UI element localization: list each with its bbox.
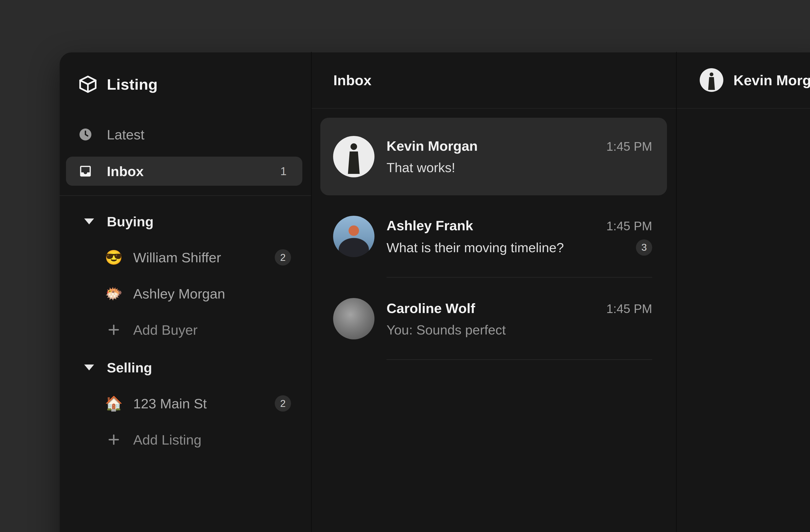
sidebar-item-label: Latest: [107, 127, 145, 143]
app-logo: Listing: [59, 69, 311, 99]
chevron-down-icon: [84, 365, 94, 370]
section-buying[interactable]: Buying: [59, 207, 311, 236]
conversation-text: Kevin Morgan 1:45 PM That works!: [387, 138, 652, 175]
sidebar-divider: [59, 195, 311, 196]
conversation-name: Ashley Frank: [387, 217, 599, 233]
unread-count-badge: 3: [636, 239, 652, 256]
buyer-name-label: Ashley Morgan: [133, 286, 225, 302]
add-listing-label: Add Listing: [133, 432, 201, 448]
listing-box-logo-icon: [78, 74, 98, 95]
inbox-panel: Inbox Kevin Morgan 1:45 PM: [312, 52, 677, 532]
desktop-background: Listing Latest Inbox 1: [0, 0, 810, 532]
conversation-list: Kevin Morgan 1:45 PM That works! Ashley …: [312, 109, 676, 360]
sidebar-item-inbox[interactable]: Inbox 1: [66, 157, 302, 186]
sidebar: Listing Latest Inbox 1: [59, 52, 312, 532]
avatar: [333, 298, 374, 339]
sidebar-item-william-shiffer[interactable]: 😎 William Shiffer 2: [59, 243, 311, 272]
section-selling[interactable]: Selling: [59, 353, 311, 382]
sidebar-item-label: Inbox: [107, 163, 144, 179]
chat-header: Kevin Morgan: [677, 52, 810, 109]
sunglasses-emoji-icon: 😎: [105, 248, 123, 266]
unread-count-badge: 2: [275, 395, 291, 412]
conversation-preview: You: Sounds perfect: [387, 322, 652, 337]
blowfish-emoji-icon: 🐡: [105, 285, 123, 303]
avatar: [333, 136, 374, 177]
conversation-preview: That works!: [387, 160, 652, 175]
unread-count-badge: 2: [275, 249, 291, 265]
chat-contact-name: Kevin Morgan: [733, 72, 810, 88]
conversation-time: 1:45 PM: [606, 302, 652, 316]
inbox-header: Inbox: [312, 52, 676, 109]
conversation-time: 1:45 PM: [606, 140, 652, 154]
add-listing-button[interactable]: Add Listing: [59, 425, 311, 454]
conversation-preview: What is their moving timeline?: [387, 240, 629, 255]
plus-icon: [105, 321, 123, 339]
conversation-name: Kevin Morgan: [387, 138, 599, 154]
conversation-kevin-morgan[interactable]: Kevin Morgan 1:45 PM That works!: [320, 118, 667, 195]
conversation-ashley-frank[interactable]: Ashley Frank 1:45 PM What is their movin…: [333, 195, 667, 278]
buyer-name-label: William Shiffer: [133, 249, 221, 265]
section-label: Buying: [107, 213, 153, 229]
house-emoji-icon: 🏠: [105, 394, 123, 412]
inbox-title: Inbox: [333, 72, 372, 88]
plus-icon: [105, 431, 123, 449]
sidebar-item-latest[interactable]: Latest: [66, 120, 302, 149]
conversation-text: Ashley Frank 1:45 PM What is their movin…: [387, 217, 652, 256]
sidebar-item-ashley-morgan[interactable]: 🐡 Ashley Morgan: [59, 279, 311, 308]
conversation-caroline-wolf[interactable]: Caroline Wolf 1:45 PM You: Sounds perfec…: [333, 278, 667, 360]
divider: [387, 359, 652, 360]
inbox-icon: [78, 164, 93, 179]
add-buyer-button[interactable]: Add Buyer: [59, 315, 311, 344]
chat-panel: Kevin Morgan: [677, 52, 810, 532]
app-title: Listing: [107, 76, 158, 93]
inbox-unread-count: 1: [280, 164, 287, 178]
chevron-down-icon: [84, 219, 94, 224]
chat-message-area: [677, 109, 810, 532]
avatar: [700, 68, 723, 92]
add-buyer-label: Add Buyer: [133, 322, 198, 338]
listing-name-label: 123 Main St: [133, 396, 207, 412]
sidebar-item-123-main-st[interactable]: 🏠 123 Main St 2: [59, 389, 311, 418]
app-window: Listing Latest Inbox 1: [59, 52, 810, 532]
conversation-name: Caroline Wolf: [387, 300, 599, 316]
conversation-text: Caroline Wolf 1:45 PM You: Sounds perfec…: [387, 300, 652, 337]
avatar: [333, 216, 374, 257]
conversation-time: 1:45 PM: [606, 219, 652, 233]
section-label: Selling: [107, 359, 152, 376]
clock-icon: [78, 127, 93, 142]
